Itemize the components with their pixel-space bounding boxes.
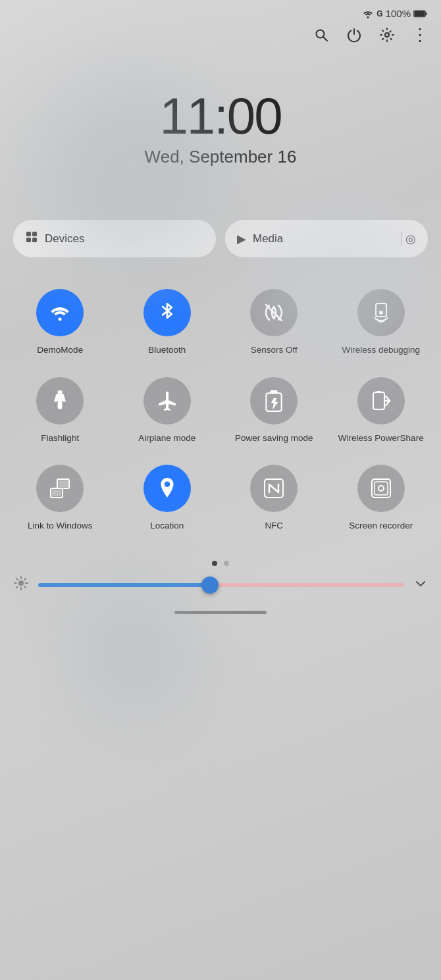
- tile-nfc-icon-bg: [250, 465, 298, 512]
- tile-demo-mode-label: DemoMode: [37, 344, 83, 356]
- svg-point-32: [378, 486, 384, 491]
- svg-point-28: [165, 482, 170, 487]
- svg-line-5: [324, 38, 328, 41]
- media-play-icon: ▶: [237, 232, 246, 246]
- tile-power-saving-icon-bg: [250, 377, 298, 425]
- more-options-button[interactable]: ⋮: [411, 26, 429, 44]
- power-saving-tile-icon: [263, 389, 284, 413]
- svg-line-39: [24, 586, 26, 588]
- svg-line-40: [16, 586, 18, 588]
- pagination: [0, 548, 441, 575]
- tile-airplane-mode-label: Airplane mode: [138, 432, 195, 444]
- tile-flashlight-icon-bg: [36, 377, 84, 425]
- tile-flashlight[interactable]: Flashlight: [7, 365, 114, 453]
- tile-flashlight-label: Flashlight: [41, 432, 79, 444]
- power-button[interactable]: [345, 26, 363, 44]
- tile-link-to-windows[interactable]: Link to Windows: [7, 453, 114, 541]
- svg-rect-16: [58, 401, 63, 409]
- brightness-chevron[interactable]: [413, 576, 428, 594]
- svg-line-38: [16, 579, 18, 580]
- tile-link-to-windows-label: Link to Windows: [28, 520, 92, 532]
- tile-demo-mode[interactable]: DemoMode: [7, 277, 114, 365]
- tile-screen-recorder[interactable]: Screen recorder: [328, 453, 435, 541]
- tile-bluetooth[interactable]: Bluetooth: [114, 277, 221, 365]
- brightness-thumb[interactable]: [201, 577, 219, 594]
- tile-nfc[interactable]: NFC: [220, 453, 328, 541]
- power-icon: [346, 27, 362, 43]
- tile-airplane-mode[interactable]: Airplane mode: [114, 365, 221, 453]
- tile-power-saving-label: Power saving mode: [235, 432, 313, 444]
- svg-line-41: [24, 579, 26, 580]
- devices-grid-icon: [25, 230, 38, 247]
- svg-rect-26: [59, 480, 68, 487]
- airplane-tile-icon: [155, 389, 179, 413]
- wifi-status-icon: [362, 9, 374, 18]
- svg-rect-20: [271, 390, 278, 393]
- svg-rect-8: [32, 232, 37, 236]
- pagination-dot-1[interactable]: [212, 561, 217, 566]
- top-actions: ⋮: [0, 22, 441, 51]
- tile-wireless-powershare[interactable]: Wireless PowerShare: [328, 365, 435, 453]
- home-indicator: [0, 606, 441, 618]
- svg-rect-7: [26, 232, 31, 236]
- brightness-track[interactable]: [38, 583, 404, 587]
- tile-location[interactable]: Location: [114, 453, 221, 541]
- bluetooth-tile-icon: [157, 301, 177, 324]
- flashlight-tile-icon: [50, 389, 70, 413]
- svg-rect-15: [58, 390, 63, 394]
- svg-point-33: [18, 580, 24, 586]
- battery-percentage: 100%: [386, 8, 411, 19]
- svg-rect-22: [376, 391, 381, 393]
- status-bar: G 100%: [0, 0, 441, 22]
- tile-screen-recorder-label: Screen recorder: [349, 520, 413, 532]
- settings-button[interactable]: [378, 26, 396, 44]
- home-bar[interactable]: [174, 611, 267, 614]
- power-share-tile-icon: [370, 390, 392, 412]
- svg-rect-27: [52, 490, 61, 496]
- svg-rect-31: [375, 482, 388, 495]
- svg-rect-9: [26, 238, 31, 242]
- location-tile-icon: [156, 477, 178, 500]
- wifi-tile-icon: [48, 303, 72, 322]
- tile-airplane-mode-icon-bg: [143, 377, 191, 425]
- svg-point-4: [317, 30, 324, 38]
- status-icons: G 100%: [362, 8, 428, 19]
- brightness-icon: [13, 575, 29, 595]
- svg-point-6: [385, 33, 389, 37]
- svg-rect-21: [373, 392, 384, 409]
- tile-screen-recorder-icon-bg: [357, 465, 405, 512]
- svg-rect-3: [415, 11, 425, 16]
- tile-power-saving[interactable]: Power saving mode: [220, 365, 328, 453]
- tile-nfc-label: NFC: [265, 520, 283, 532]
- pagination-dot-2[interactable]: [224, 561, 229, 566]
- tile-bluetooth-icon-bg: [143, 289, 191, 336]
- tile-link-to-windows-icon-bg: [36, 465, 84, 512]
- link-windows-tile-icon: [48, 477, 72, 500]
- brightness-bar: [0, 575, 441, 606]
- tile-location-label: Location: [150, 520, 184, 532]
- tile-location-icon-bg: [143, 465, 191, 512]
- signal-indicator: G: [376, 9, 382, 18]
- search-icon: [313, 27, 329, 43]
- svg-point-11: [59, 318, 62, 321]
- battery-icon: [413, 9, 428, 18]
- screen-record-tile-icon: [369, 477, 393, 500]
- svg-rect-10: [32, 238, 37, 242]
- svg-point-0: [367, 16, 369, 18]
- tile-wireless-powershare-icon-bg: [357, 377, 405, 425]
- tile-demo-mode-icon-bg: [36, 289, 84, 336]
- svg-rect-2: [425, 12, 427, 15]
- search-button[interactable]: [312, 26, 330, 44]
- nfc-tile-icon: [262, 477, 286, 500]
- settings-icon: [379, 27, 395, 43]
- tile-bluetooth-label: Bluetooth: [148, 344, 186, 356]
- tile-wireless-powershare-label: Wireless PowerShare: [338, 432, 424, 444]
